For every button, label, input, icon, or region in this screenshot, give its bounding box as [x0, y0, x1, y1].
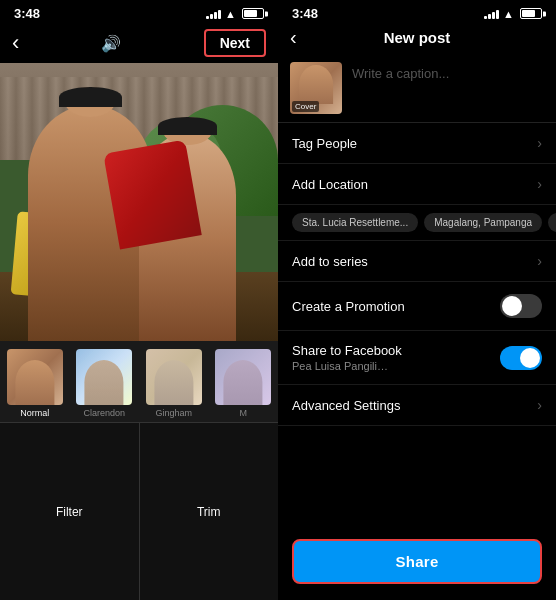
wifi-icon: ▲ [225, 8, 236, 20]
filter-strip: Normal Clarendon Gingham M [0, 341, 278, 422]
left-panel: 3:48 ▲ ‹ 🔊 Next [0, 0, 278, 600]
left-top-bar: ‹ 🔊 Next [0, 25, 278, 63]
right-battery-icon [520, 8, 542, 19]
add-location-row[interactable]: Add Location › [278, 164, 556, 205]
cover-thumbnail[interactable]: Cover [290, 62, 342, 114]
chip-magalang[interactable]: Magalang, Pampanga [424, 213, 542, 232]
signal-icon [206, 8, 221, 19]
left-time: 3:48 [14, 6, 40, 21]
share-button[interactable]: Share [292, 539, 542, 584]
filter-m[interactable]: M [209, 345, 279, 422]
caption-row: Cover Write a caption... [278, 54, 556, 123]
right-status-bar: 3:48 ▲ [278, 0, 556, 25]
chip-chri[interactable]: Chri [548, 213, 556, 232]
chevron-icon: › [537, 135, 542, 151]
tag-people-row[interactable]: Tag People › [278, 123, 556, 164]
location-chips-row: Sta. Lucia Resettleme... Magalang, Pampa… [278, 205, 556, 241]
filter-tab[interactable]: Filter [0, 423, 139, 600]
next-button[interactable]: Next [204, 29, 266, 57]
filter-normal[interactable]: Normal [0, 345, 70, 422]
create-promotion-row[interactable]: Create a Promotion [278, 282, 556, 331]
bottom-tabs: Filter Trim [0, 422, 278, 600]
filter-gingham[interactable]: Gingham [139, 345, 209, 422]
filter-clarendon[interactable]: Clarendon [70, 345, 140, 422]
right-panel: 3:48 ▲ ‹ New post Cover Write a caption.… [278, 0, 556, 600]
menu-list: Tag People › Add Location › Sta. Lucia R… [278, 123, 556, 527]
chip-sta-lucia[interactable]: Sta. Lucia Resettleme... [292, 213, 418, 232]
page-title: New post [384, 29, 451, 46]
chevron-icon: › [537, 253, 542, 269]
right-back-icon[interactable]: ‹ [290, 26, 297, 49]
left-back-icon[interactable]: ‹ [12, 30, 19, 56]
right-signal-icon [484, 8, 499, 19]
chevron-icon: › [537, 176, 542, 192]
left-status-bar: 3:48 ▲ [0, 0, 278, 25]
share-facebook-row[interactable]: Share to Facebook Pea Luisa Pangilinan P… [278, 331, 556, 385]
create-promotion-toggle[interactable] [500, 294, 542, 318]
share-facebook-toggle[interactable] [500, 346, 542, 370]
chevron-icon: › [537, 397, 542, 413]
battery-icon [242, 8, 264, 19]
caption-input[interactable]: Write a caption... [352, 62, 449, 81]
right-time: 3:48 [292, 6, 318, 21]
cover-label: Cover [292, 101, 319, 112]
trim-tab[interactable]: Trim [139, 423, 279, 600]
volume-icon[interactable]: 🔊 [101, 34, 121, 53]
advanced-settings-row[interactable]: Advanced Settings › [278, 385, 556, 426]
add-to-series-row[interactable]: Add to series › [278, 241, 556, 282]
main-photo [0, 63, 278, 341]
right-wifi-icon: ▲ [503, 8, 514, 20]
right-top-bar: ‹ New post [278, 25, 556, 54]
share-button-area: Share [278, 527, 556, 600]
